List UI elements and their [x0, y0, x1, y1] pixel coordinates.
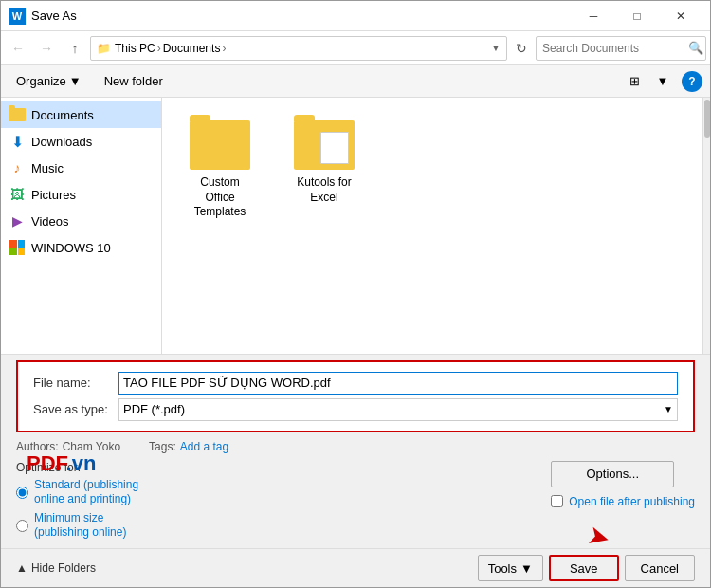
optimize-standard-radio[interactable] [16, 487, 28, 499]
authors-value: Cham Yoko [63, 440, 120, 453]
organize-dropdown-icon: ▼ [69, 74, 82, 88]
folder-label-kutools: Kutools for Excel [289, 175, 359, 205]
save-button[interactable]: Save [549, 555, 619, 581]
search-input[interactable] [542, 42, 684, 55]
folder-icon-kutools [294, 120, 355, 170]
help-button[interactable]: ? [682, 71, 702, 92]
optimize-minimum-label: Minimum size(publishing online) [34, 511, 126, 541]
folder-icon [9, 106, 26, 123]
open-after-publishing-checkbox[interactable] [551, 495, 563, 507]
tools-dropdown-icon: ▼ [520, 561, 533, 576]
windows-icon [9, 239, 26, 256]
breadcrumb-item-folder: 📁 [97, 42, 111, 55]
address-dropdown-arrow[interactable]: ▼ [491, 43, 501, 53]
close-button[interactable]: ✕ [659, 1, 702, 31]
sidebar-item-pictures[interactable]: 🖼 Pictures [1, 181, 161, 208]
cancel-button[interactable]: Cancel [625, 555, 695, 581]
minimize-button[interactable]: ─ [572, 1, 615, 31]
folder-icon-sm: 📁 [97, 42, 111, 55]
open-after-publishing-row: Open file after publishing [551, 495, 695, 508]
sidebar-label-pictures: Pictures [31, 188, 76, 202]
options-button[interactable]: Options... [551, 461, 674, 487]
open-after-publishing-label[interactable]: Open file after publishing [569, 495, 695, 508]
file-type-row: Save as type: PDF (*.pdf) ▼ [33, 396, 678, 423]
optimize-standard-label: Standard (publishingonline and printing) [34, 478, 138, 507]
download-icon: ⬇ [9, 133, 26, 150]
search-box[interactable]: 🔍 [536, 36, 706, 61]
content-scrollbar[interactable] [702, 98, 710, 354]
file-name-input[interactable] [118, 372, 678, 395]
tags-label: Tags: [149, 440, 176, 453]
optimize-minimum-radio[interactable] [16, 520, 28, 532]
optimize-radio-group: Standard (publishingonline and printing)… [16, 478, 551, 541]
forward-button[interactable]: → [33, 35, 60, 62]
window-controls: ─ □ ✕ [572, 1, 702, 31]
bottom-section: File name: Save as type: PDF (*.pdf) ▼ A… [1, 354, 710, 587]
back-button[interactable]: ← [5, 35, 31, 62]
file-type-label: Save as type: [33, 402, 118, 416]
pictures-icon: 🖼 [9, 186, 26, 203]
sidebar-label-documents: Documents [31, 108, 94, 122]
sidebar-item-documents[interactable]: Documents [1, 101, 161, 128]
hide-folders-button[interactable]: ▲ Hide Folders [16, 561, 96, 575]
up-button[interactable]: ↑ [62, 35, 88, 62]
breadcrumb: This PC › Documents › [115, 42, 226, 55]
sidebar-item-windows10[interactable]: WINDOWS 10 [1, 234, 161, 261]
save-as-dialog: W Save As ─ □ ✕ ← → ↑ 📁 This PC › Docume… [0, 0, 711, 588]
search-icon: 🔍 [688, 41, 703, 55]
folder-custom-office[interactable]: Custom Office Templates [177, 113, 263, 228]
maximize-button[interactable]: □ [615, 1, 659, 31]
view-dropdown-button[interactable]: ▼ [649, 68, 676, 95]
optimize-section: Optimize for: Standard (publishingonline… [16, 461, 551, 541]
folder-icon-custom-office [190, 120, 250, 170]
right-options: Options... Open file after publishing [551, 461, 695, 508]
main-area: Documents ⬇ Downloads ♪ Music 🖼 Pictures [1, 98, 710, 354]
file-type-select[interactable]: PDF (*.pdf) ▼ [118, 398, 678, 421]
sidebar-item-music[interactable]: ♪ Music [1, 155, 161, 181]
metadata-row: Authors: Cham Yoko Tags: Add a tag [1, 436, 710, 457]
sidebar-label-music: Music [31, 161, 64, 175]
footer-row: ▲ Hide Folders Tools ▼ ➤ Save Cancel [1, 548, 710, 587]
music-icon: ♪ [9, 159, 26, 176]
title-bar: W Save As ─ □ ✕ [1, 1, 710, 31]
view-toggle-button[interactable]: ⊞ [621, 68, 647, 95]
hide-folders-arrow: ▲ [16, 561, 27, 575]
optimize-label: Optimize for: [16, 461, 551, 474]
folder-label-custom-office: Custom Office Templates [185, 175, 255, 220]
sidebar-item-downloads[interactable]: ⬇ Downloads [1, 128, 161, 155]
authors-label: Authors: [16, 440, 59, 453]
toolbar: Organize ▼ New folder ⊞ ▼ ? [1, 65, 710, 98]
sidebar-item-videos[interactable]: ▶ Videos [1, 208, 161, 234]
file-info-area: File name: Save as type: PDF (*.pdf) ▼ [16, 360, 695, 432]
new-folder-button[interactable]: New folder [97, 71, 171, 91]
address-bar-row: ← → ↑ 📁 This PC › Documents › ▼ ↻ 🔍 [1, 31, 710, 65]
footer-buttons: Tools ▼ ➤ Save Cancel [478, 555, 695, 581]
window-title: Save As [31, 9, 572, 23]
sidebar-label-downloads: Downloads [31, 135, 92, 149]
add-tag-link[interactable]: Add a tag [180, 440, 228, 453]
app-icon: W [9, 8, 26, 25]
authors-item: Authors: Cham Yoko [16, 440, 120, 453]
save-button-wrapper: ➤ Save [549, 555, 619, 581]
select-dropdown-icon: ▼ [664, 404, 673, 414]
view-controls: ⊞ ▼ ? [621, 68, 702, 95]
videos-icon: ▶ [9, 212, 26, 230]
organize-button[interactable]: Organize ▼ [9, 71, 89, 91]
file-browser-content: Custom Office Templates Kutools for Exce… [162, 98, 702, 354]
optimize-standard-option[interactable]: Standard (publishingonline and printing) [16, 478, 551, 507]
refresh-button[interactable]: ↻ [509, 36, 534, 61]
sidebar-label-windows: WINDOWS 10 [31, 241, 111, 255]
tools-button[interactable]: Tools ▼ [478, 555, 543, 581]
tags-item: Tags: Add a tag [149, 440, 228, 453]
folder-kutools[interactable]: Kutools for Excel [282, 113, 367, 228]
sidebar: Documents ⬇ Downloads ♪ Music 🖼 Pictures [1, 98, 162, 354]
file-name-row: File name: [33, 370, 678, 396]
file-name-label: File name: [33, 376, 118, 390]
optimize-minimum-option[interactable]: Minimum size(publishing online) [16, 511, 551, 541]
address-bar[interactable]: 📁 This PC › Documents › ▼ [90, 36, 507, 61]
sidebar-label-videos: Videos [31, 214, 69, 229]
scrollbar-thumb [704, 100, 710, 138]
